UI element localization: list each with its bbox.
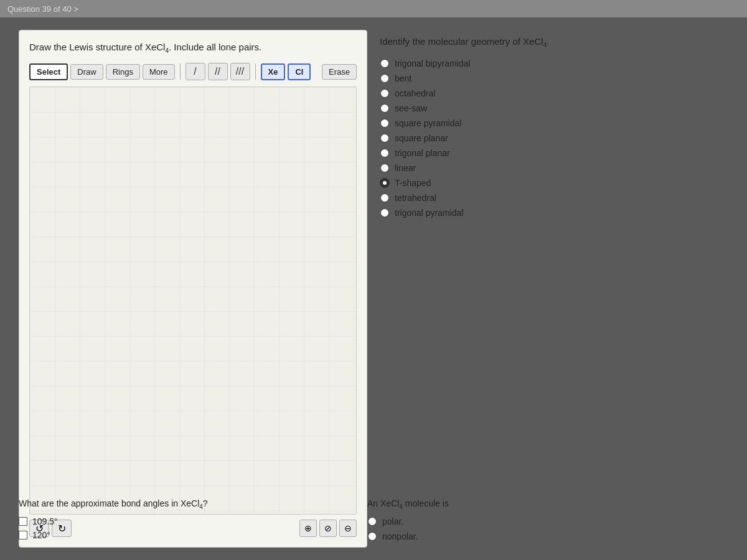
bottom-section: What are the approximate bond angles in … xyxy=(19,498,728,541)
separator2 xyxy=(255,63,256,80)
radio-label-trigonal-bipyramidal: trigonal bipyramidal xyxy=(395,58,470,68)
geometry-option-trigonal-pyramidal[interactable]: trigonal pyramidal xyxy=(380,208,728,218)
radio-label-polar-polar: polar. xyxy=(382,516,403,526)
checkbox-label-120: 120° xyxy=(32,530,50,540)
bond-angle-options: 109.5°120° xyxy=(19,516,355,540)
geometry-option-linear[interactable]: linear xyxy=(380,163,728,173)
radio-circle-tetrahedral xyxy=(380,193,390,203)
radio-circle-polar-polar xyxy=(367,516,377,526)
left-panel: Draw the Lewis structure of XeCl4. Inclu… xyxy=(19,30,367,548)
radio-circle-trigonal-bipyramidal xyxy=(380,58,390,68)
polarity-option-nonpolar[interactable]: nonpolar. xyxy=(367,531,728,541)
top-bar: Question 39 of 40 > xyxy=(0,0,747,17)
single-bond-button[interactable]: / xyxy=(186,63,205,80)
geometry-option-t-shaped[interactable]: T-shaped xyxy=(380,178,728,188)
toolbar: Select Draw Rings More / // /// Xe Cl Er… xyxy=(29,63,357,80)
question-counter: Question 39 of 40 > xyxy=(7,4,78,14)
checkbox-109-5 xyxy=(19,517,27,526)
radio-label-trigonal-pyramidal: trigonal pyramidal xyxy=(395,208,464,218)
geometry-option-octahedral[interactable]: octahedral xyxy=(380,88,728,98)
radio-label-square-planar: square planar xyxy=(395,133,448,143)
radio-circle-polar-nonpolar xyxy=(367,531,377,541)
geometry-option-trigonal-planar[interactable]: trigonal planar xyxy=(380,148,728,158)
bottom-right: An XeCl4 molecule is polar.nonpolar. xyxy=(367,498,728,541)
draw-button[interactable]: Draw xyxy=(70,64,103,80)
radio-circle-octahedral xyxy=(380,88,390,98)
radio-circle-t-shaped xyxy=(380,178,390,188)
bond-angle-option-109-5[interactable]: 109.5° xyxy=(19,516,355,526)
geometry-options: trigonal bipyramidalbentoctahedralsee-sa… xyxy=(380,58,728,218)
separator xyxy=(180,63,181,80)
rings-button[interactable]: Rings xyxy=(106,64,140,80)
radio-circle-see-saw xyxy=(380,103,390,113)
geometry-option-tetrahedral[interactable]: tetrahedral xyxy=(380,193,728,203)
radio-circle-linear xyxy=(380,163,390,173)
polarity-title: An XeCl4 molecule is xyxy=(367,498,728,510)
polarity-option-polar[interactable]: polar. xyxy=(367,516,728,526)
double-bond-button[interactable]: // xyxy=(208,63,228,80)
radio-label-bent: bent xyxy=(395,73,411,83)
erase-button[interactable]: Erase xyxy=(322,64,357,80)
right-panel: Identify the molecular geometry of XeCl4… xyxy=(380,30,728,548)
radio-circle-trigonal-planar xyxy=(380,148,390,158)
xe-element-button[interactable]: Xe xyxy=(261,63,286,80)
radio-label-polar-nonpolar: nonpolar. xyxy=(382,531,418,541)
more-button[interactable]: More xyxy=(143,64,175,80)
radio-label-trigonal-planar: trigonal planar xyxy=(395,148,450,158)
geometry-option-trigonal-bipyramidal[interactable]: trigonal bipyramidal xyxy=(380,58,728,68)
bond-angle-option-120[interactable]: 120° xyxy=(19,530,355,540)
right-panel-title: Identify the molecular geometry of XeCl4… xyxy=(380,36,728,49)
radio-label-square-pyramidal: square pyramidal xyxy=(395,118,461,128)
bond-angle-title: What are the approximate bond angles in … xyxy=(19,498,355,510)
radio-label-octahedral: octahedral xyxy=(395,88,435,98)
bottom-left: What are the approximate bond angles in … xyxy=(19,498,355,541)
radio-circle-trigonal-pyramidal xyxy=(380,208,390,218)
select-button[interactable]: Select xyxy=(29,63,68,80)
radio-label-see-saw: see-saw xyxy=(395,103,427,113)
radio-label-tetrahedral: tetrahedral xyxy=(395,193,436,203)
radio-circle-bent xyxy=(380,73,390,83)
triple-bond-button[interactable]: /// xyxy=(230,63,250,80)
radio-label-t-shaped: T-shaped xyxy=(395,178,431,188)
polarity-options: polar.nonpolar. xyxy=(367,516,728,541)
radio-circle-square-planar xyxy=(380,133,390,143)
left-panel-title: Draw the Lewis structure of XeCl4. Inclu… xyxy=(29,40,357,55)
checkbox-label-109-5: 109.5° xyxy=(32,516,58,526)
geometry-option-square-pyramidal[interactable]: square pyramidal xyxy=(380,118,728,128)
checkbox-120 xyxy=(19,531,27,539)
main-content: Draw the Lewis structure of XeCl4. Inclu… xyxy=(0,17,747,560)
geometry-option-square-planar[interactable]: square planar xyxy=(380,133,728,143)
drawing-area[interactable] xyxy=(29,86,357,515)
radio-circle-square-pyramidal xyxy=(380,118,390,128)
geometry-option-bent[interactable]: bent xyxy=(380,73,728,83)
cl-element-button[interactable]: Cl xyxy=(288,63,311,80)
geometry-option-see-saw[interactable]: see-saw xyxy=(380,103,728,113)
radio-label-linear: linear xyxy=(395,163,416,173)
